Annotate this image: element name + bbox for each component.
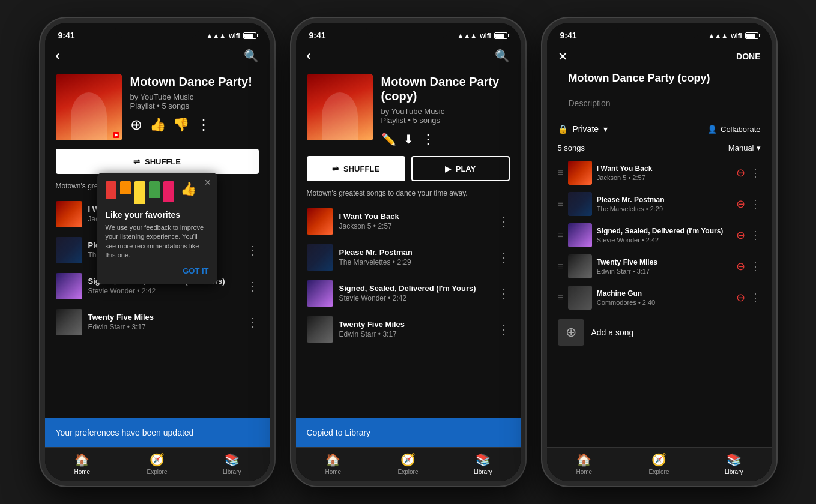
add-song-row-3[interactable]: ⊕ Add a song [547, 313, 772, 352]
bottom-nav-3: 🏠 Home 🧭 Explore 📚 Library [547, 447, 772, 481]
nav-label-explore-3: Explore [649, 469, 669, 475]
nav-home-1[interactable]: 🏠 Home [45, 452, 120, 475]
song-thumb-2-3 [307, 316, 333, 343]
nav-explore-1[interactable]: 🧭 Explore [119, 452, 195, 475]
shuffle-icon-1: ⇌ [133, 157, 140, 166]
wifi-icon-2: wifi [480, 32, 491, 39]
song-item-2-0: I Want You Back Jackson 5 • 2:57 ⋮ [296, 203, 521, 239]
remove-button-3-2[interactable]: ⊖ [736, 229, 745, 242]
more-button-3-4[interactable]: ⋮ [750, 291, 761, 304]
album-info-1: Motown Dance Party! by YouTube Music Pla… [130, 74, 259, 133]
drag-handle-3-0[interactable]: ≡ [558, 167, 563, 178]
search-button-1[interactable]: 🔍 [244, 49, 259, 63]
status-time-3: 9:41 [560, 31, 577, 40]
play-button-2[interactable]: ▶ PLAY [411, 156, 510, 181]
nav-library-1[interactable]: 📚 Library [195, 452, 270, 475]
nav-label-home-2: Home [325, 469, 341, 475]
tooltip-close-1[interactable]: ✕ [204, 178, 211, 187]
remove-button-3-4[interactable]: ⊖ [736, 291, 745, 304]
more-button-1-3[interactable]: ⋮ [247, 315, 259, 329]
controls-row-2: ⇌ SHUFFLE ▶ PLAY [296, 154, 521, 186]
nav-home-3[interactable]: 🏠 Home [547, 452, 622, 475]
nav-explore-2[interactable]: 🧭 Explore [370, 452, 446, 475]
like-button-1[interactable]: 👍 [150, 117, 166, 133]
sort-button-3[interactable]: Manual ▾ [728, 143, 761, 152]
edit-title-3-1: Please Mr. Postman [597, 196, 731, 204]
more-button-3-3[interactable]: ⋮ [750, 260, 761, 273]
notch-3 [617, 23, 701, 38]
shuffle-button-2[interactable]: ⇌ SHUFFLE [307, 156, 405, 181]
drag-handle-3-4[interactable]: ≡ [558, 292, 563, 303]
bar-yellow [134, 181, 145, 204]
search-button-2[interactable]: 🔍 [495, 49, 510, 63]
more-button-1[interactable]: ⋮ [196, 116, 211, 133]
edit-title-input-3[interactable]: Motown Dance Party (copy) [558, 68, 761, 91]
status-icons-2: ▲▲▲ wifi [457, 32, 507, 39]
phone-2: 9:41 ▲▲▲ wifi ‹ 🔍 [291, 18, 525, 486]
edit-desc-3[interactable]: Description [558, 91, 761, 113]
more-button-1-1[interactable]: ⋮ [247, 243, 259, 257]
privacy-label-3: Private [573, 124, 599, 134]
remove-button-3-3[interactable]: ⊖ [736, 260, 745, 273]
songs-header-3: 5 songs Manual ▾ [547, 139, 772, 157]
drag-handle-3-2[interactable]: ≡ [558, 230, 563, 241]
back-button-1[interactable]: ‹ [56, 48, 60, 64]
edit-thumb-3-2 [568, 223, 592, 247]
bottom-nav-1: 🏠 Home 🧭 Explore 📚 Library [45, 447, 270, 481]
download-button-2[interactable]: ⬇ [403, 132, 414, 146]
nav-explore-3[interactable]: 🧭 Explore [621, 452, 697, 475]
collab-icon-3: 👤 [707, 125, 717, 134]
nav-library-3[interactable]: 📚 Library [697, 452, 772, 475]
more-button-2-3[interactable]: ⋮ [498, 322, 510, 337]
done-button-3[interactable]: DONE [736, 52, 760, 61]
more-button-2-0[interactable]: ⋮ [498, 214, 510, 229]
edit-title-3-2: Signed, Sealed, Delivered (I'm Yours) [597, 227, 731, 235]
back-button-2[interactable]: ‹ [307, 48, 311, 64]
screen-2: 9:41 ▲▲▲ wifi ‹ 🔍 [296, 23, 521, 481]
privacy-row-3: 🔒 Private ▾ 👤 Collaborate [547, 119, 772, 139]
lock-icon-3: 🔒 [558, 124, 568, 134]
close-button-3[interactable]: ✕ [558, 49, 568, 64]
more-button-3-0[interactable]: ⋮ [750, 166, 761, 179]
more-button-2-1[interactable]: ⋮ [498, 250, 510, 265]
shuffle-button-1[interactable]: ⇌ SHUFFLE [56, 149, 259, 174]
add-button-1[interactable]: ⊕ [130, 116, 142, 133]
phone-1: 9:41 ▲▲▲ wifi ‹ 🔍 ▶ [40, 18, 274, 486]
phone-3: 9:41 ▲▲▲ wifi ✕ DONE Motown Dance Party … [542, 18, 776, 486]
edit-meta-3-0: Jackson 5 • 2:57 [597, 174, 731, 181]
edit-meta-3-1: The Marvelettes • 2:29 [597, 205, 731, 212]
more-button-2[interactable]: ⋮ [421, 131, 435, 148]
nav-home-2[interactable]: 🏠 Home [296, 452, 371, 475]
edit-title-3-4: Machine Gun [597, 289, 731, 298]
nav-label-home-3: Home [576, 469, 592, 475]
bar-red [106, 181, 116, 199]
collaborate-button-3[interactable]: 👤 Collaborate [707, 125, 761, 134]
song-info-2-3: Twenty Five Miles Edwin Starr • 3:17 [339, 320, 492, 338]
notch-2 [366, 23, 450, 38]
edit-title-text-3: Motown Dance Party (copy) [569, 72, 750, 85]
drag-handle-3-3[interactable]: ≡ [558, 261, 563, 272]
edit-thumb-3-4 [568, 286, 592, 310]
remove-button-3-0[interactable]: ⊖ [736, 166, 745, 179]
tooltip-title-1: Like your favorites [106, 210, 209, 220]
edit-info-3-2: Signed, Sealed, Delivered (I'm Yours) St… [597, 227, 731, 244]
edit-button-2[interactable]: ✏️ [381, 132, 396, 146]
tooltip-got-it-1[interactable]: GOT IT [106, 266, 209, 275]
more-button-3-2[interactable]: ⋮ [750, 229, 761, 242]
more-button-1-2[interactable]: ⋮ [247, 279, 259, 293]
more-button-2-2[interactable]: ⋮ [498, 286, 510, 301]
status-time-2: 9:41 [309, 31, 326, 40]
nav-label-library-1: Library [223, 469, 241, 475]
album-art-1: ▶ [56, 74, 122, 140]
drag-handle-3-1[interactable]: ≡ [558, 199, 563, 209]
status-icons-1: ▲▲▲ wifi [206, 32, 256, 39]
more-button-3-1[interactable]: ⋮ [750, 197, 761, 211]
dislike-button-1[interactable]: 👎 [173, 117, 189, 133]
remove-button-3-1[interactable]: ⊖ [736, 197, 745, 211]
nav-library-2[interactable]: 📚 Library [446, 452, 521, 475]
nav-label-explore-2: Explore [398, 469, 419, 475]
album-actions-1: ⊕ 👍 👎 ⋮ [130, 116, 259, 133]
song-meta-2-0: Jackson 5 • 2:57 [339, 222, 492, 230]
album-art-2 [307, 74, 373, 140]
album-art-inner-2 [307, 74, 373, 140]
